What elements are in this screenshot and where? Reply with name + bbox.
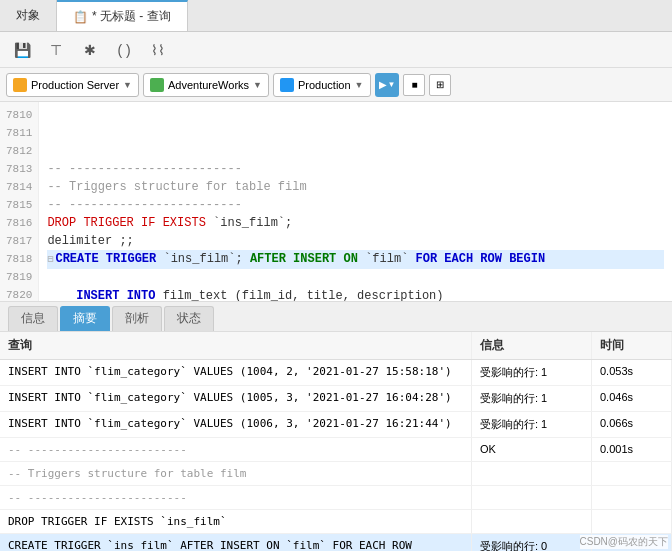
server-label: Production Server <box>31 79 119 91</box>
server-icon <box>13 78 27 92</box>
waveform-button[interactable]: ⌇⌇ <box>144 38 172 62</box>
schema-icon <box>280 78 294 92</box>
row-info: 受影响的行: 1 <box>472 386 592 411</box>
tab-objects[interactable]: 对象 <box>0 0 57 31</box>
tab-status-label: 状态 <box>177 311 201 325</box>
row-info <box>472 510 592 533</box>
col-query: 查询 <box>0 332 472 359</box>
results-panel: 查询 信息 时间 INSERT INTO `flim_category` VAL… <box>0 332 672 551</box>
server-select[interactable]: Production Server ▼ <box>6 73 139 97</box>
tab-profile[interactable]: 剖析 <box>112 306 162 331</box>
row-time: 0.066s <box>592 412 672 437</box>
toolbar: 💾 ⊤ ✱ ( ) ⌇⌇ <box>0 32 672 68</box>
table-row: -- ------------------------ <box>0 486 672 510</box>
row-time <box>592 462 672 485</box>
code-text[interactable]: -- ------------------------ -- Triggers … <box>39 102 672 301</box>
row-query: -- ------------------------ <box>0 438 472 461</box>
format-button[interactable]: ⊤ <box>42 38 70 62</box>
save-icon: 💾 <box>14 42 31 58</box>
results-header: 查询 信息 时间 <box>0 332 672 360</box>
line-numbers: 7810 7811 7812 7813 7814 7815 7816 7817 … <box>0 102 39 301</box>
database-label: AdventureWorks <box>168 79 249 91</box>
tab-info-label: 信息 <box>21 311 45 325</box>
bracket-button[interactable]: ( ) <box>110 38 138 62</box>
waveform-icon: ⌇⌇ <box>151 42 165 58</box>
tab-profile-label: 剖析 <box>125 311 149 325</box>
row-info <box>472 462 592 485</box>
explain-icon: ✱ <box>84 42 96 58</box>
row-info: OK <box>472 438 592 461</box>
row-time: 0.053s <box>592 360 672 385</box>
grid-icon: ⊞ <box>436 79 444 90</box>
row-time: 0.046s <box>592 386 672 411</box>
table-row: INSERT INTO `flim_category` VALUES (1004… <box>0 360 672 386</box>
table-row: -- ------------------------ OK 0.001s <box>0 438 672 462</box>
grid-button[interactable]: ⊞ <box>429 74 451 96</box>
tab-objects-label: 对象 <box>16 7 40 24</box>
row-query: -- ------------------------ <box>0 486 472 509</box>
table-row: CREATE TRIGGER `ins_film` AFTER INSERT O… <box>0 534 672 551</box>
schema-select[interactable]: Production ▼ <box>273 73 371 97</box>
run-button[interactable]: ▶ ▼ <box>375 73 400 97</box>
bracket-icon: ( ) <box>117 42 130 58</box>
tab-summary[interactable]: 摘要 <box>60 306 110 331</box>
table-row: -- Triggers structure for table film <box>0 462 672 486</box>
tab-query-label: * 无标题 - 查询 <box>92 8 171 25</box>
explain-button[interactable]: ✱ <box>76 38 104 62</box>
table-row: DROP TRIGGER IF EXISTS `ins_film` <box>0 510 672 534</box>
database-icon <box>150 78 164 92</box>
row-query: -- Triggers structure for table film <box>0 462 472 485</box>
server-arrow-icon: ▼ <box>123 80 132 90</box>
row-time <box>592 510 672 533</box>
stop-icon: ■ <box>411 79 417 90</box>
schema-label: Production <box>298 79 351 91</box>
schema-arrow-icon: ▼ <box>355 80 364 90</box>
stop-button[interactable]: ■ <box>403 74 425 96</box>
row-info <box>472 486 592 509</box>
tab-bar: 对象 📋 * 无标题 - 查询 <box>0 0 672 32</box>
col-info: 信息 <box>472 332 592 359</box>
row-query: INSERT INTO `flim_category` VALUES (1004… <box>0 360 472 385</box>
row-info: 受影响的行: 0 <box>472 534 592 551</box>
row-time: 0.001s <box>592 438 672 461</box>
tab-query[interactable]: 📋 * 无标题 - 查询 <box>57 0 188 31</box>
code-editor[interactable]: 7810 7811 7812 7813 7814 7815 7816 7817 … <box>0 102 672 302</box>
row-query: DROP TRIGGER IF EXISTS `ins_film` <box>0 510 472 533</box>
format-icon: ⊤ <box>50 42 62 58</box>
col-time: 时间 <box>592 332 672 359</box>
connection-bar: Production Server ▼ AdventureWorks ▼ Pro… <box>0 68 672 102</box>
row-query: CREATE TRIGGER `ins_film` AFTER INSERT O… <box>0 534 472 551</box>
row-query: INSERT INTO `flim_category` VALUES (1005… <box>0 386 472 411</box>
save-button[interactable]: 💾 <box>8 38 36 62</box>
row-query: INSERT INTO `flim_category` VALUES (1006… <box>0 412 472 437</box>
run-dropdown-icon: ▼ <box>388 80 396 89</box>
database-arrow-icon: ▼ <box>253 80 262 90</box>
tab-summary-label: 摘要 <box>73 311 97 325</box>
bottom-tab-bar: 信息 摘要 剖析 状态 <box>0 302 672 332</box>
watermark: CSDN@码农的天下 <box>580 535 669 549</box>
database-select[interactable]: AdventureWorks ▼ <box>143 73 269 97</box>
table-row: INSERT INTO `flim_category` VALUES (1005… <box>0 386 672 412</box>
row-info: 受影响的行: 1 <box>472 412 592 437</box>
row-info: 受影响的行: 1 <box>472 360 592 385</box>
table-row: INSERT INTO `flim_category` VALUES (1006… <box>0 412 672 438</box>
run-icon: ▶ <box>379 79 387 90</box>
row-time <box>592 486 672 509</box>
tab-info[interactable]: 信息 <box>8 306 58 331</box>
tab-query-icon: 📋 <box>73 10 88 24</box>
tab-status[interactable]: 状态 <box>164 306 214 331</box>
